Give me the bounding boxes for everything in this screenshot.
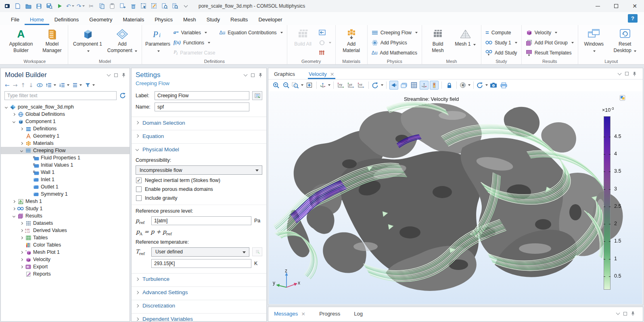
section-dependent-variables[interactable]: Dependent Variables [132, 313, 266, 322]
application-builder-button[interactable]: A Application Builder [6, 27, 36, 54]
section-discretization[interactable]: Discretization [132, 300, 266, 312]
find-icon[interactable] [160, 1, 169, 11]
tree-item-velocity[interactable]: Velocity [1, 256, 130, 263]
tab-graphics[interactable]: Graphics [273, 68, 296, 79]
tree-item-tables[interactable]: Tables [1, 234, 130, 241]
new-file-icon[interactable] [13, 1, 23, 11]
tab-velocity[interactable]: Velocity× [308, 68, 335, 79]
section-advanced-settings[interactable]: Advanced Settings [132, 286, 266, 298]
menu-tab-study[interactable]: Study [201, 14, 225, 25]
compressibility-select[interactable]: Incompressible flow [136, 165, 262, 175]
zoom-extents-icon[interactable] [305, 81, 314, 90]
preview-icon[interactable] [170, 1, 180, 11]
build-all-button[interactable]: Build All [291, 27, 315, 48]
rename-button[interactable] [252, 91, 262, 100]
menu-tab-physics[interactable]: Physics [149, 14, 178, 25]
default-view-icon[interactable] [320, 81, 330, 90]
collapse-all-icon[interactable] [46, 83, 56, 88]
tree-item-global-definitions[interactable]: Global Definitions [1, 111, 130, 118]
lock-view-icon[interactable] [445, 81, 454, 90]
tree-item-definitions[interactable]: Definitions [1, 125, 130, 132]
run-icon[interactable] [55, 1, 65, 11]
gravity-checkbox-row[interactable]: Include gravity [132, 194, 266, 203]
section-domain-selection[interactable]: Domain Selection [132, 117, 266, 128]
plot-settings-icon[interactable] [619, 95, 625, 101]
print-icon[interactable] [499, 81, 508, 90]
panel-collapse-icon[interactable] [616, 311, 620, 315]
panel-pin-icon[interactable] [259, 73, 262, 77]
save-icon[interactable] [34, 1, 44, 11]
tree-item-inlet-1[interactable]: Inlet 1 [1, 176, 130, 183]
back-icon[interactable]: ← [5, 82, 10, 88]
panel-float-icon[interactable] [625, 72, 629, 75]
geometry-partition-button[interactable] [319, 49, 331, 56]
menu-tab-developer[interactable]: Developer [253, 14, 287, 25]
menu-tab-definitions[interactable]: Definitions [49, 14, 84, 25]
close-tab-icon[interactable]: × [330, 71, 335, 77]
label-input[interactable] [155, 91, 249, 100]
tree-item-root[interactable]: pore_scale_flow_3d.mph [1, 103, 130, 111]
graphics-canvas[interactable]: Streamline: Velocity field ×10-3 4.5 4 3… [269, 91, 642, 304]
add-component-button[interactable]: Add Component [107, 27, 138, 54]
panel-pin-icon[interactable] [122, 73, 125, 77]
geometry-rebuild-button[interactable] [319, 39, 331, 46]
variables-button[interactable]: a=Variables [174, 29, 215, 36]
ref-temp-select[interactable]: User defined [151, 247, 249, 257]
tree-item-creeping-flow[interactable]: Creeping Flow [1, 147, 130, 154]
stokes-checkbox-row[interactable]: ✓Neglect inertial term (Stokes flow) [132, 176, 266, 185]
filter-funnel-icon[interactable] [85, 83, 95, 88]
geometry-import-button[interactable] [319, 29, 331, 36]
tree-item-outlet-1[interactable]: Outlet 1 [1, 183, 130, 190]
refresh-icon[interactable] [119, 92, 126, 99]
forward-icon[interactable]: → [13, 82, 18, 88]
add-mathematics-button[interactable]: ΔuAdd Mathematics [372, 49, 418, 56]
tree-item-study-1[interactable]: Study 1 [1, 205, 130, 212]
customize-toolbar-icon[interactable] [181, 1, 190, 11]
functions-button[interactable]: f(x)Functions [174, 39, 215, 46]
velocity-plot-dropdown[interactable]: Velocity [526, 29, 574, 36]
close-button[interactable]: ✕ [625, 0, 644, 12]
move-up-icon[interactable]: ↑ [21, 82, 25, 88]
panel-float-icon[interactable] [251, 73, 255, 77]
tree-item-color-tables[interactable]: Color Tables [1, 241, 130, 249]
tree-item-mesh-plot-1[interactable]: *Mesh Plot 1 [1, 249, 130, 256]
menu-tab-home[interactable]: Home [25, 14, 49, 25]
zoom-out-icon[interactable] [282, 81, 291, 90]
help-button[interactable]: ? [628, 14, 638, 23]
update-plot-icon[interactable] [477, 81, 488, 90]
show-icon[interactable] [37, 83, 43, 87]
save-search-icon[interactable] [44, 1, 54, 11]
panel-collapse-icon[interactable] [618, 71, 622, 75]
clear-selection-icon[interactable] [149, 1, 159, 11]
add-plot-group-button[interactable]: Add Plot Group [526, 39, 574, 46]
tree-item-export[interactable]: Export [1, 263, 130, 270]
add-study-button[interactable]: Add Study [485, 49, 517, 56]
redo-icon[interactable]: ↷ [76, 1, 86, 11]
reset-desktop-button[interactable]: Reset Desktop [610, 27, 640, 54]
open-file-icon[interactable] [23, 1, 33, 11]
duplicate-icon[interactable] [118, 1, 128, 11]
menu-tab-mesh[interactable]: Mesh [178, 14, 201, 25]
environment-icon[interactable] [460, 81, 470, 90]
panel-float-icon[interactable] [114, 73, 118, 77]
mesh-1-button[interactable]: Mesh 1 [454, 27, 477, 48]
panel-collapse-icon[interactable] [244, 73, 248, 77]
snapshot-icon[interactable] [489, 81, 498, 90]
tree-item-component-1[interactable]: Component 1 [1, 118, 130, 125]
panel-pin-icon[interactable] [631, 311, 635, 316]
close-tab-icon[interactable]: × [301, 311, 305, 317]
grid-toggle[interactable] [410, 81, 418, 90]
delete-icon[interactable] [128, 1, 138, 11]
panel-collapse-icon[interactable] [107, 73, 111, 77]
component-1-button[interactable]: Component 1 [72, 27, 103, 54]
transparency-toggle[interactable] [399, 81, 408, 90]
temp-list-button[interactable] [252, 247, 262, 256]
porous-checkbox-row[interactable]: Enable porous media domains [132, 185, 266, 194]
node-order-icon[interactable] [73, 83, 82, 88]
zoom-box-icon[interactable] [292, 81, 303, 90]
parameter-case-button[interactable]: PiParameter Case [174, 49, 215, 56]
tab-progress[interactable]: Progress [319, 307, 340, 320]
windows-button[interactable]: Windows [582, 27, 606, 54]
copy-icon[interactable] [97, 1, 107, 11]
tree-item-reports[interactable]: Reports [1, 270, 130, 278]
